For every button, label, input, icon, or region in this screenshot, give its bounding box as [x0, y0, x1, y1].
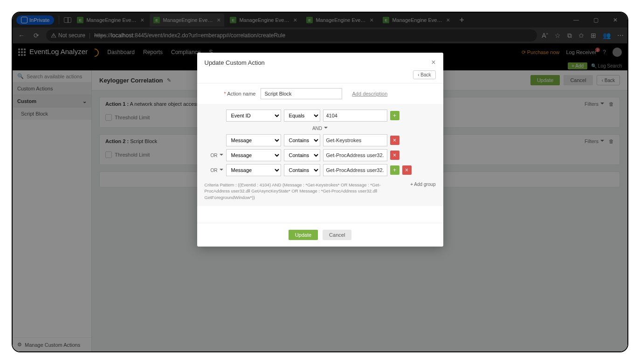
operator-select[interactable]: Contains	[284, 134, 320, 146]
modal-back-button[interactable]: ‹ Back	[413, 70, 435, 79]
modal-cancel-button[interactable]: Cancel	[323, 230, 351, 240]
field-select[interactable]: Message	[226, 149, 281, 161]
criteria-pattern: Criteria Pattern : ((EventId : 4104) AND…	[205, 182, 405, 200]
field-select[interactable]: Message	[226, 164, 281, 176]
add-row-icon[interactable]: +	[390, 111, 399, 120]
field-select[interactable]: Message	[226, 134, 281, 146]
close-icon[interactable]: ×	[431, 58, 435, 67]
and-operator[interactable]: AND	[312, 126, 328, 131]
remove-row-icon[interactable]: ×	[390, 151, 399, 160]
add-row-icon[interactable]: +	[390, 165, 399, 175]
add-description-link[interactable]: Add description	[352, 91, 388, 96]
field-select[interactable]: Event ID	[226, 110, 281, 122]
operator-select[interactable]: Equals	[284, 110, 320, 122]
or-operator[interactable]: OR	[205, 168, 223, 173]
operator-select[interactable]: Contains	[284, 149, 320, 161]
or-operator[interactable]: OR	[205, 153, 223, 158]
value-input[interactable]	[323, 164, 387, 176]
remove-row-icon[interactable]: ×	[402, 165, 412, 175]
value-input[interactable]	[323, 110, 387, 122]
modal-update-button[interactable]: Update	[289, 230, 318, 240]
operator-select[interactable]: Contains	[284, 164, 320, 176]
criteria-block: Event ID Equals + AND Message Contains ×…	[197, 104, 443, 206]
value-input[interactable]	[323, 149, 387, 161]
add-group-button[interactable]: + Add group	[410, 182, 435, 187]
remove-row-icon[interactable]: ×	[390, 136, 399, 145]
modal-title: Update Custom Action	[205, 59, 265, 66]
update-custom-action-modal: Update Custom Action × ‹ Back * Action n…	[197, 53, 443, 247]
value-input[interactable]	[323, 134, 387, 146]
action-name-input[interactable]	[261, 88, 342, 99]
